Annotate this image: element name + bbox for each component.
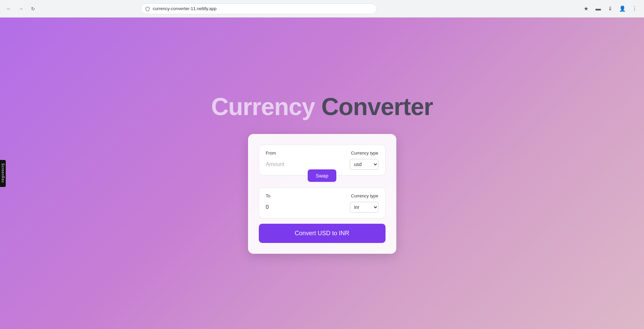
to-currency-type-label: Currency type — [351, 193, 378, 198]
from-label: From — [266, 150, 276, 156]
to-currency-select[interactable]: inr usd eur gbp jpy cad aud — [350, 202, 378, 213]
app-title: Currency Converter — [211, 93, 433, 120]
amount-input[interactable] — [266, 161, 350, 167]
back-button[interactable]: ← — [4, 4, 13, 13]
to-label: To — [266, 193, 271, 198]
browser-chrome: ← → ↻ currency-converter-11.netlify.app … — [0, 0, 644, 18]
title-currency: Currency — [211, 93, 315, 120]
reload-button[interactable]: ↻ — [28, 4, 38, 13]
security-icon — [145, 6, 150, 11]
from-inputs: usd eur gbp inr jpy cad aud — [266, 159, 378, 170]
title-converter: Converter — [321, 93, 433, 120]
convert-button[interactable]: Convert USD to INR — [259, 224, 386, 243]
swap-area: Swap — [259, 175, 386, 188]
to-inputs: 0 inr usd eur gbp jpy cad aud — [266, 202, 378, 213]
from-label-row: From Currency type — [266, 150, 378, 156]
extensions-button[interactable]: ▬ — [593, 3, 604, 14]
profile-button[interactable]: 👤 — [617, 3, 628, 14]
swap-button[interactable]: Swap — [308, 169, 337, 182]
address-bar[interactable]: currency-converter-11.netlify.app — [141, 3, 377, 14]
bookmark-button[interactable]: ★ — [581, 3, 591, 14]
from-currency-select[interactable]: usd eur gbp inr jpy cad aud — [350, 159, 378, 170]
menu-button[interactable]: ⋮ — [629, 3, 640, 14]
to-section: To Currency type 0 inr usd eur gbp jpy c… — [259, 188, 386, 218]
to-label-row: To Currency type — [266, 193, 378, 198]
url-text: currency-converter-11.netlify.app — [153, 6, 216, 11]
browser-actions: ★ ▬ ⇓ 👤 ⋮ — [581, 3, 640, 14]
from-currency-type-label: Currency type — [351, 150, 378, 156]
screentec-label: ScreenRec — [0, 160, 6, 187]
to-value: 0 — [266, 204, 269, 210]
forward-button[interactable]: → — [16, 4, 26, 13]
page-content: ScreenRec Currency Converter From Curren… — [0, 18, 644, 329]
converter-card: From Currency type usd eur gbp inr jpy c… — [248, 134, 396, 254]
download-button[interactable]: ⇓ — [605, 3, 616, 14]
